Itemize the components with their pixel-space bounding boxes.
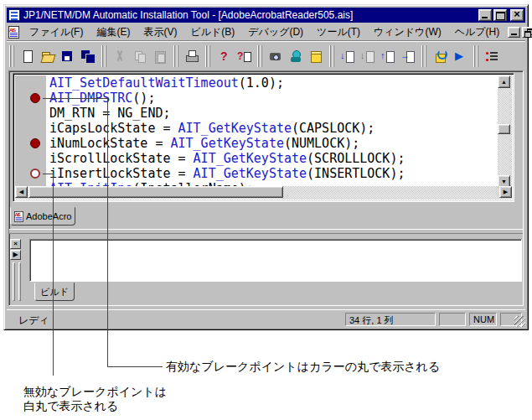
- annotation-enabled-breakpoint: 有効なブレークポイントはカラーの丸で表示される: [166, 360, 440, 374]
- capture-camera-icon: [268, 49, 283, 63]
- toolbar-grip[interactable]: [421, 45, 427, 67]
- package-box-button[interactable]: [306, 46, 326, 66]
- save-all-icon: [80, 49, 96, 63]
- app-icon[interactable]: [8, 9, 20, 21]
- toolbar-group: [473, 44, 504, 69]
- help-icon: [216, 49, 231, 63]
- new-file-button[interactable]: [18, 46, 38, 66]
- register-script-button[interactable]: ↑: [378, 46, 398, 66]
- code-editor[interactable]: AIT_SetDefaultWaitTimeout(1.0);AIT_DMPST…: [13, 73, 514, 202]
- copy-icon: [132, 49, 147, 63]
- cut-icon: [112, 49, 127, 63]
- toolbar-grip[interactable]: [329, 45, 335, 67]
- toolbar-group: ↓↓↑→: [328, 44, 421, 69]
- document-tab-adobeacrobat[interactable]: AdobeAcrob...: [10, 207, 75, 226]
- toolbar-grip[interactable]: [173, 45, 179, 67]
- output-expand-button[interactable]: ▶: [10, 250, 21, 260]
- help-button[interactable]: [214, 46, 234, 66]
- title-bar[interactable]: JP1/NETM/DM Automatic Installation Tool …: [7, 8, 525, 23]
- paste-button[interactable]: [150, 46, 170, 66]
- mdi-client-area: AIT_SetDefaultWaitTimeout(1.0);AIT_DMPST…: [8, 70, 524, 306]
- document-icon[interactable]: [8, 26, 19, 39]
- new-file-icon: [20, 49, 35, 63]
- status-message: レディ: [18, 314, 49, 328]
- toolbar-grip[interactable]: [257, 45, 263, 67]
- menu-view[interactable]: 表示(V): [137, 23, 183, 41]
- toolbar-group: [173, 44, 204, 69]
- scroll-left-button[interactable]: ◀: [15, 186, 28, 198]
- scroll-up-button[interactable]: ▲: [498, 75, 510, 88]
- toolbar-grip[interactable]: [205, 45, 211, 67]
- menu-file[interactable]: ファイル(F): [23, 23, 90, 41]
- editor-viewport[interactable]: AIT_SetDefaultWaitTimeout(1.0);AIT_DMPST…: [15, 75, 512, 186]
- cut-button[interactable]: [110, 46, 130, 66]
- toolbar-group: [101, 44, 173, 69]
- app-window: JP1/NETM/DM Automatic Installation Tool …: [3, 4, 529, 330]
- scroll-right-button[interactable]: ▶: [499, 186, 512, 198]
- menu-help[interactable]: ヘルプ(H): [448, 23, 507, 41]
- copy-button[interactable]: [130, 46, 150, 66]
- setup-wizard-icon: [288, 49, 303, 63]
- context-help-button[interactable]: [234, 46, 254, 66]
- output-tab-build[interactable]: ビルド: [34, 283, 75, 301]
- toolbar-grip[interactable]: [9, 45, 15, 67]
- save-all-button[interactable]: [78, 46, 98, 66]
- vertical-scrollbar[interactable]: ▲ ▼: [498, 75, 512, 188]
- code-text[interactable]: AIT_SetDefaultWaitTimeout(1.0);AIT_DMPST…: [49, 75, 512, 186]
- maximize-button[interactable]: [493, 9, 507, 21]
- callout-line-disabled-breakpoint: [53, 174, 54, 376]
- breakpoint-gutter[interactable]: [15, 75, 46, 186]
- menu-debug[interactable]: デバッグ(D): [241, 23, 310, 41]
- code-line: iScrollLockState = AIT_GetKeyState(SCROL…: [49, 151, 512, 166]
- horizontal-scroll-thumb[interactable]: [28, 186, 283, 198]
- breakpoint-enabled[interactable]: [30, 93, 40, 103]
- output-grip[interactable]: [18, 262, 21, 301]
- menu-tools[interactable]: ツール(T): [310, 23, 367, 41]
- output-grip[interactable]: [13, 262, 15, 301]
- menu-build[interactable]: ビルド(B): [183, 23, 241, 41]
- menu-edit[interactable]: 編集(E): [90, 23, 137, 41]
- setup-wizard-button[interactable]: [286, 46, 306, 66]
- deploy-package-button[interactable]: [430, 46, 450, 66]
- get-script-icon: ↓: [340, 49, 355, 63]
- toolbar-grip[interactable]: [473, 45, 479, 67]
- mdi-minimize-button[interactable]: [508, 27, 520, 38]
- num-lock-panel: NUM: [469, 313, 497, 326]
- vertical-scroll-thumb[interactable]: [498, 124, 510, 134]
- verify-script-button[interactable]: ↓: [358, 46, 378, 66]
- context-help-icon: [236, 49, 251, 63]
- resize-grip[interactable]: [514, 316, 525, 327]
- ais-file-icon: [14, 211, 23, 222]
- horizontal-scrollbar[interactable]: ◀ ▶: [15, 186, 512, 200]
- build-output-area[interactable]: [29, 239, 522, 282]
- run-button[interactable]: [450, 46, 470, 66]
- apply-script-icon: →: [400, 49, 416, 63]
- pane-splitter[interactable]: [9, 229, 523, 234]
- mdi-restore-button[interactable]: [522, 27, 532, 38]
- save-file-icon: [60, 49, 75, 63]
- breakpoint-list-icon: [484, 49, 499, 63]
- code-line: iNumLockState = AIT_GetKeyState(NUMLOCK)…: [49, 136, 512, 151]
- minimize-button[interactable]: [478, 9, 492, 21]
- get-script-button[interactable]: ↓: [338, 46, 358, 66]
- open-file-button[interactable]: [38, 46, 58, 66]
- annotation-disabled-breakpoint: 無効なブレークポイントは 白丸で表示される: [23, 385, 167, 413]
- toolbar-grip[interactable]: [101, 45, 107, 67]
- toolbar-group: [256, 44, 328, 69]
- capture-camera-button[interactable]: [266, 46, 286, 66]
- breakpoint-list-button[interactable]: [482, 46, 502, 66]
- output-close-button[interactable]: ×: [10, 239, 21, 249]
- save-file-button[interactable]: [58, 46, 78, 66]
- code-line: iCapsLockState = AIT_GetKeyState(CAPSLOC…: [49, 121, 512, 136]
- menu-window[interactable]: ウィンドウ(W): [367, 23, 448, 41]
- breakpoint-disabled[interactable]: [30, 169, 40, 179]
- cursor-position-panel: 34 行, 1 列: [345, 313, 436, 326]
- callout-line-enabled-breakpoint: [43, 98, 107, 99]
- close-button[interactable]: [510, 9, 524, 21]
- document-tab-label: AdobeAcrob...: [26, 211, 72, 221]
- callout-line-enabled-breakpoint: [107, 366, 163, 367]
- print-button[interactable]: [182, 46, 202, 66]
- breakpoint-enabled[interactable]: [30, 138, 40, 148]
- apply-script-button[interactable]: →: [398, 46, 418, 66]
- toolbar-group: [8, 44, 101, 69]
